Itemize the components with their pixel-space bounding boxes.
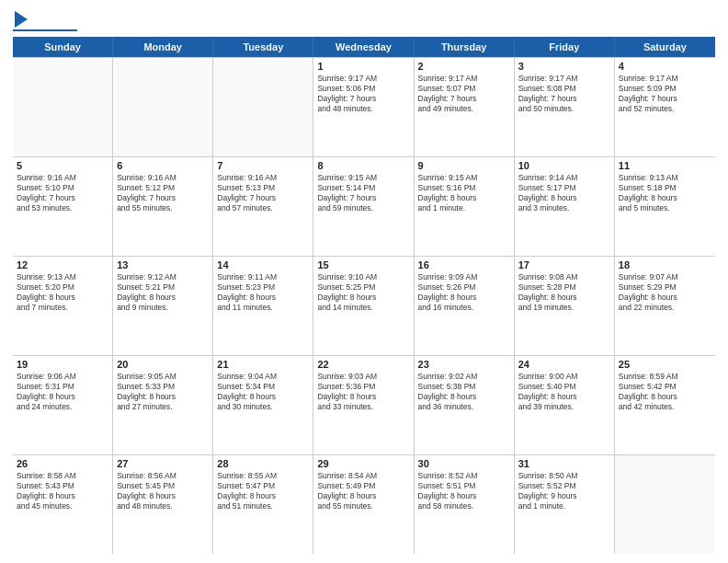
week-row-5: 26Sunrise: 8:58 AM Sunset: 5:43 PM Dayli… xyxy=(13,455,715,554)
day-header-thursday: Thursday xyxy=(415,37,515,57)
week-row-3: 12Sunrise: 9:13 AM Sunset: 5:20 PM Dayli… xyxy=(13,257,715,356)
day-info: Sunrise: 9:06 AM Sunset: 5:31 PM Dayligh… xyxy=(17,372,108,412)
calendar: SundayMondayTuesdayWednesdayThursdayFrid… xyxy=(13,37,715,554)
day-info: Sunrise: 9:16 AM Sunset: 5:10 PM Dayligh… xyxy=(17,173,108,213)
logo-arrow-icon xyxy=(15,11,28,28)
day-cell-21: 21Sunrise: 9:04 AM Sunset: 5:34 PM Dayli… xyxy=(213,356,313,454)
day-number: 26 xyxy=(17,458,108,469)
day-number: 9 xyxy=(418,160,510,171)
day-info: Sunrise: 9:14 AM Sunset: 5:17 PM Dayligh… xyxy=(518,173,610,213)
day-header-saturday: Saturday xyxy=(615,37,715,57)
week-row-1: 1Sunrise: 9:17 AM Sunset: 5:06 PM Daylig… xyxy=(13,58,715,157)
day-number: 21 xyxy=(217,359,309,370)
day-cell-15: 15Sunrise: 9:10 AM Sunset: 5:25 PM Dayli… xyxy=(313,257,414,355)
day-info: Sunrise: 9:17 AM Sunset: 5:08 PM Dayligh… xyxy=(518,74,610,114)
day-number: 5 xyxy=(17,160,108,171)
day-cell-27: 27Sunrise: 8:56 AM Sunset: 5:45 PM Dayli… xyxy=(113,455,213,554)
day-info: Sunrise: 9:07 AM Sunset: 5:29 PM Dayligh… xyxy=(619,272,711,313)
day-info: Sunrise: 9:13 AM Sunset: 5:20 PM Dayligh… xyxy=(17,272,108,313)
day-number: 29 xyxy=(317,458,409,469)
day-number: 27 xyxy=(117,458,209,469)
day-info: Sunrise: 9:12 AM Sunset: 5:21 PM Dayligh… xyxy=(117,272,209,313)
day-header-wednesday: Wednesday xyxy=(313,37,414,57)
day-cell-7: 7Sunrise: 9:16 AM Sunset: 5:13 PM Daylig… xyxy=(213,157,313,256)
day-cell-9: 9Sunrise: 9:15 AM Sunset: 5:16 PM Daylig… xyxy=(415,157,515,256)
day-number: 12 xyxy=(17,259,108,270)
day-cell-4: 4Sunrise: 9:17 AM Sunset: 5:09 PM Daylig… xyxy=(615,58,715,156)
day-number: 17 xyxy=(518,259,610,270)
day-info: Sunrise: 9:09 AM Sunset: 5:26 PM Dayligh… xyxy=(418,272,510,313)
day-number: 20 xyxy=(117,359,209,370)
day-number: 22 xyxy=(317,359,409,370)
day-cell-10: 10Sunrise: 9:14 AM Sunset: 5:17 PM Dayli… xyxy=(515,157,615,256)
calendar-body: 1Sunrise: 9:17 AM Sunset: 5:06 PM Daylig… xyxy=(13,57,715,554)
day-number: 10 xyxy=(518,160,610,171)
day-info: Sunrise: 8:50 AM Sunset: 5:52 PM Dayligh… xyxy=(518,471,610,511)
page: SundayMondayTuesdayWednesdayThursdayFrid… xyxy=(0,0,728,563)
day-number: 25 xyxy=(619,359,711,370)
day-info: Sunrise: 9:16 AM Sunset: 5:12 PM Dayligh… xyxy=(117,173,209,213)
day-cell-17: 17Sunrise: 9:08 AM Sunset: 5:28 PM Dayli… xyxy=(515,257,615,355)
day-info: Sunrise: 8:58 AM Sunset: 5:43 PM Dayligh… xyxy=(17,471,108,511)
day-number: 30 xyxy=(418,458,510,469)
day-info: Sunrise: 9:11 AM Sunset: 5:23 PM Dayligh… xyxy=(217,272,309,313)
day-number: 8 xyxy=(317,160,409,171)
day-number: 3 xyxy=(518,61,610,72)
day-info: Sunrise: 9:05 AM Sunset: 5:33 PM Dayligh… xyxy=(117,372,209,412)
day-cell-28: 28Sunrise: 8:55 AM Sunset: 5:47 PM Dayli… xyxy=(213,455,313,554)
day-info: Sunrise: 8:55 AM Sunset: 5:47 PM Dayligh… xyxy=(217,471,309,511)
day-cell-3: 3Sunrise: 9:17 AM Sunset: 5:08 PM Daylig… xyxy=(515,58,615,156)
day-cell-16: 16Sunrise: 9:09 AM Sunset: 5:26 PM Dayli… xyxy=(415,257,515,355)
day-cell-24: 24Sunrise: 9:00 AM Sunset: 5:40 PM Dayli… xyxy=(515,356,615,454)
day-info: Sunrise: 8:59 AM Sunset: 5:42 PM Dayligh… xyxy=(619,372,711,412)
day-header-sunday: Sunday xyxy=(13,37,113,57)
day-info: Sunrise: 9:02 AM Sunset: 5:38 PM Dayligh… xyxy=(418,372,510,412)
day-number: 4 xyxy=(619,61,711,72)
day-number: 18 xyxy=(619,259,711,270)
day-cell-11: 11Sunrise: 9:13 AM Sunset: 5:18 PM Dayli… xyxy=(615,157,715,256)
day-number: 6 xyxy=(117,160,209,171)
day-cell-2: 2Sunrise: 9:17 AM Sunset: 5:07 PM Daylig… xyxy=(415,58,515,156)
day-number: 24 xyxy=(518,359,610,370)
day-cell-23: 23Sunrise: 9:02 AM Sunset: 5:38 PM Dayli… xyxy=(415,356,515,454)
day-header-monday: Monday xyxy=(113,37,213,57)
day-cell-29: 29Sunrise: 8:54 AM Sunset: 5:49 PM Dayli… xyxy=(313,455,414,554)
day-header-tuesday: Tuesday xyxy=(213,37,313,57)
day-cell-18: 18Sunrise: 9:07 AM Sunset: 5:29 PM Dayli… xyxy=(615,257,715,355)
logo xyxy=(13,11,77,31)
week-row-2: 5Sunrise: 9:16 AM Sunset: 5:10 PM Daylig… xyxy=(13,157,715,257)
day-cell-25: 25Sunrise: 8:59 AM Sunset: 5:42 PM Dayli… xyxy=(615,356,715,454)
day-number: 1 xyxy=(317,61,409,72)
day-cell-12: 12Sunrise: 9:13 AM Sunset: 5:20 PM Dayli… xyxy=(13,257,113,355)
day-cell-1: 1Sunrise: 9:17 AM Sunset: 5:06 PM Daylig… xyxy=(313,58,414,156)
day-info: Sunrise: 9:17 AM Sunset: 5:07 PM Dayligh… xyxy=(418,74,510,114)
day-number: 11 xyxy=(619,160,711,171)
day-cell-31: 31Sunrise: 8:50 AM Sunset: 5:52 PM Dayli… xyxy=(515,455,615,554)
day-info: Sunrise: 9:15 AM Sunset: 5:16 PM Dayligh… xyxy=(418,173,510,213)
day-number: 23 xyxy=(418,359,510,370)
day-cell-20: 20Sunrise: 9:05 AM Sunset: 5:33 PM Dayli… xyxy=(113,356,213,454)
day-cell-22: 22Sunrise: 9:03 AM Sunset: 5:36 PM Dayli… xyxy=(313,356,414,454)
logo-line xyxy=(13,29,77,31)
empty-cell xyxy=(113,58,213,156)
day-cell-30: 30Sunrise: 8:52 AM Sunset: 5:51 PM Dayli… xyxy=(415,455,515,554)
day-number: 13 xyxy=(117,259,209,270)
day-cell-8: 8Sunrise: 9:15 AM Sunset: 5:14 PM Daylig… xyxy=(313,157,414,256)
day-cell-19: 19Sunrise: 9:06 AM Sunset: 5:31 PM Dayli… xyxy=(13,356,113,454)
day-number: 2 xyxy=(418,61,510,72)
header xyxy=(13,11,715,31)
day-cell-14: 14Sunrise: 9:11 AM Sunset: 5:23 PM Dayli… xyxy=(213,257,313,355)
day-header-friday: Friday xyxy=(515,37,615,57)
empty-cell xyxy=(13,58,113,156)
day-cell-13: 13Sunrise: 9:12 AM Sunset: 5:21 PM Dayli… xyxy=(113,257,213,355)
empty-cell xyxy=(213,58,313,156)
day-info: Sunrise: 9:17 AM Sunset: 5:06 PM Dayligh… xyxy=(317,74,409,114)
day-number: 14 xyxy=(217,259,309,270)
day-number: 28 xyxy=(217,458,309,469)
day-info: Sunrise: 9:17 AM Sunset: 5:09 PM Dayligh… xyxy=(619,74,711,114)
day-info: Sunrise: 9:15 AM Sunset: 5:14 PM Dayligh… xyxy=(317,173,409,213)
day-info: Sunrise: 9:04 AM Sunset: 5:34 PM Dayligh… xyxy=(217,372,309,412)
day-number: 19 xyxy=(17,359,108,370)
day-info: Sunrise: 8:52 AM Sunset: 5:51 PM Dayligh… xyxy=(418,471,510,511)
day-cell-5: 5Sunrise: 9:16 AM Sunset: 5:10 PM Daylig… xyxy=(13,157,113,256)
